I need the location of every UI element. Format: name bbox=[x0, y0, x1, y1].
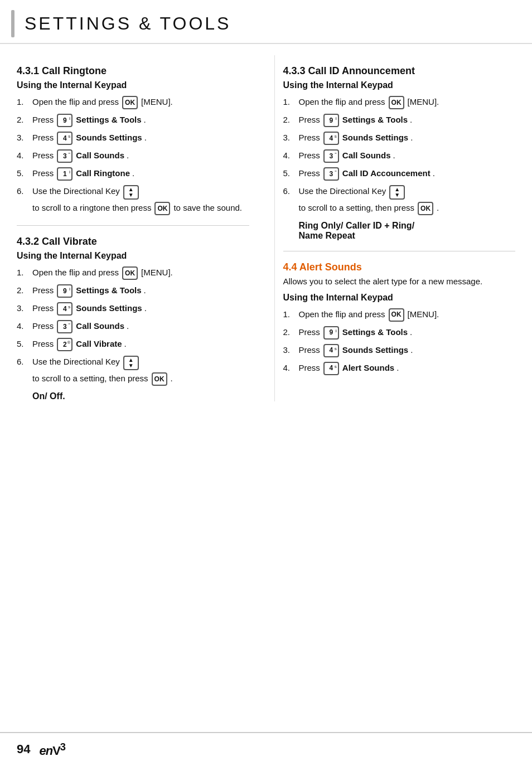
subsection-label-44: Using the Internal Keypad bbox=[283, 293, 516, 303]
ok-key-icon-2: OK bbox=[154, 202, 170, 215]
section-number-431: 4.3.1 Call Ringtone bbox=[17, 65, 249, 77]
subsection-label-431: Using the Internal Keypad bbox=[17, 80, 249, 90]
key-2-icon: 2® bbox=[57, 338, 72, 351]
dir-key-icon-3: ▲ ▼ bbox=[389, 185, 405, 200]
page: SETTINGS & TOOLS 4.3.1 Call Ringtone Usi… bbox=[0, 0, 532, 766]
section-number-44: 4.4 Alert Sounds bbox=[283, 261, 516, 273]
step-433-2: 2. Press 9i Settings & Tools. bbox=[283, 114, 516, 127]
key-3-icon-2: 3" bbox=[57, 320, 72, 333]
footer-logo: enV3 bbox=[39, 741, 65, 758]
step-433-6: 6. Use the Directional Key ▲ ▼ to scroll… bbox=[283, 185, 516, 215]
step-432-4: 4. Press 3" Call Sounds. bbox=[17, 320, 249, 333]
ok-key-icon-3: OK bbox=[122, 266, 138, 280]
step-431-2: 2. Press 9i Settings & Tools. bbox=[17, 114, 249, 127]
step-433-4: 4. Press 3" Call Sounds. bbox=[283, 149, 516, 163]
section-number-433: 4.3.3 Call ID Announcement bbox=[283, 65, 516, 77]
content-columns: 4.3.1 Call Ringtone Using the Internal K… bbox=[0, 55, 532, 401]
divider-44 bbox=[283, 251, 516, 251]
step-44-3: 3. Press 4s Sounds Settings. bbox=[283, 344, 516, 357]
left-column: 4.3.1 Call Ringtone Using the Internal K… bbox=[17, 55, 258, 401]
section-4-3-3: 4.3.3 Call ID Announcement Using the Int… bbox=[283, 65, 516, 241]
key-9-icon: 9i bbox=[57, 114, 72, 127]
step-431-4: 4. Press 3" Call Sounds. bbox=[17, 149, 249, 163]
key-4-icon-4: 4s bbox=[323, 344, 339, 357]
step-433-3: 3. Press 4s Sounds Settings. bbox=[283, 132, 516, 145]
key-4-icon-2: 4s bbox=[57, 302, 72, 316]
step-432-3: 3. Press 4s Sounds Settings. bbox=[17, 302, 249, 316]
dir-key-icon-2: ▲ ▼ bbox=[123, 356, 139, 370]
ok-key-icon: OK bbox=[122, 96, 138, 109]
desc-44: Allows you to select the alert type for … bbox=[283, 275, 516, 288]
step-431-5: 5. Press 1i Call Ringtone. bbox=[17, 167, 249, 181]
page-title: SETTINGS & TOOLS bbox=[25, 10, 231, 37]
section-4-3-1: 4.3.1 Call Ringtone Using the Internal K… bbox=[17, 65, 249, 215]
step-432-6: 6. Use the Directional Key ▲ ▼ to scroll… bbox=[17, 356, 249, 386]
subsection-label-433: Using the Internal Keypad bbox=[283, 80, 516, 90]
key-9-icon-4: 9i bbox=[323, 326, 339, 340]
ok-key-icon-5: OK bbox=[389, 96, 404, 109]
key-4-icon: 4s bbox=[57, 132, 72, 145]
result-433: Ring Only/ Caller ID + Ring/Name Repeat bbox=[299, 221, 516, 241]
step-433-5: 5. Press 3" Call ID Accouncement. bbox=[283, 167, 516, 181]
right-column: 4.3.3 Call ID Announcement Using the Int… bbox=[274, 55, 516, 401]
header-bar bbox=[11, 10, 14, 37]
ok-key-icon-6: OK bbox=[418, 202, 433, 215]
steps-432: 1. Open the flip and press OK [MENU]. 2.… bbox=[17, 266, 249, 386]
step-431-6: 6. Use the Directional Key ▲ ▼ to scroll… bbox=[17, 185, 249, 215]
step-44-1: 1. Open the flip and press OK [MENU]. bbox=[283, 308, 516, 322]
ok-key-icon-4: OK bbox=[152, 372, 167, 386]
step-431-3: 3. Press 4s Sounds Settings. bbox=[17, 132, 249, 145]
step-44-4: 4. Press 4s Alert Sounds. bbox=[283, 362, 516, 375]
dir-key-icon: ▲ ▼ bbox=[123, 185, 139, 200]
key-9-icon-3: 9i bbox=[323, 114, 339, 127]
key-4-icon-5: 4s bbox=[323, 362, 339, 375]
step-432-1: 1. Open the flip and press OK [MENU]. bbox=[17, 266, 249, 280]
section-4-3-2: 4.3.2 Call Vibrate Using the Internal Ke… bbox=[17, 236, 249, 401]
steps-44: 1. Open the flip and press OK [MENU]. 2.… bbox=[283, 308, 516, 375]
section-4-4: 4.4 Alert Sounds Allows you to select th… bbox=[283, 261, 516, 375]
step-44-2: 2. Press 9i Settings & Tools. bbox=[283, 326, 516, 340]
step-433-1: 1. Open the flip and press OK [MENU]. bbox=[283, 96, 516, 109]
ok-key-icon-7: OK bbox=[389, 308, 404, 322]
page-header: SETTINGS & TOOLS bbox=[0, 0, 532, 44]
key-1-icon: 1i bbox=[57, 167, 72, 181]
footer-page-number: 94 bbox=[17, 742, 30, 757]
section-number-432: 4.3.2 Call Vibrate bbox=[17, 236, 249, 248]
steps-431: 1. Open the flip and press OK [MENU]. 2.… bbox=[17, 96, 249, 215]
key-9-icon-2: 9i bbox=[57, 284, 72, 298]
subsection-label-432: Using the Internal Keypad bbox=[17, 251, 249, 261]
result-432: On/ Off. bbox=[32, 391, 249, 401]
step-431-1: 1. Open the flip and press OK [MENU]. bbox=[17, 96, 249, 109]
key-4-icon-3: 4s bbox=[323, 132, 339, 145]
step-432-2: 2. Press 9i Settings & Tools. bbox=[17, 284, 249, 298]
step-432-5: 5. Press 2® Call Vibrate. bbox=[17, 338, 249, 351]
key-3-icon-4: 3" bbox=[323, 167, 339, 181]
page-footer: 94 enV3 bbox=[0, 732, 532, 766]
divider-432 bbox=[17, 225, 249, 226]
steps-433: 1. Open the flip and press OK [MENU]. 2.… bbox=[283, 96, 516, 215]
key-3-icon-3: 3" bbox=[323, 149, 339, 163]
key-3-icon: 3" bbox=[57, 149, 72, 163]
